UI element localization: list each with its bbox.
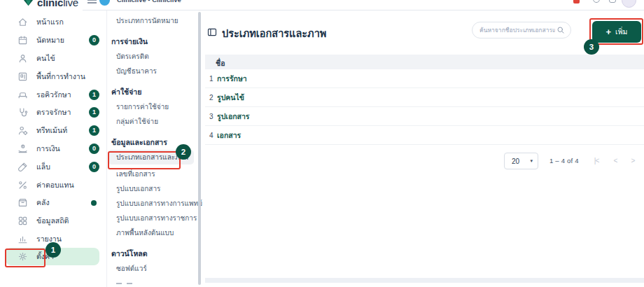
sidebar-item-label: นัดหมาย: [36, 34, 64, 46]
sidebar-item-label: คนไข้: [36, 52, 55, 64]
page-title-wrap: ประเภทเอกสารและภาพ: [207, 25, 326, 41]
search-icon: [556, 26, 565, 34]
table-row[interactable]: 4เอกสาร: [205, 126, 644, 145]
apps-icon[interactable]: [609, 0, 616, 3]
settings-section-header: ดาวน์โหลด: [108, 246, 205, 261]
sidebar-item-label: คลัง: [36, 197, 50, 209]
cliniclive-logo-icon: [22, 0, 34, 10]
sidebar-item-label: ค่าตอบแทน: [36, 179, 74, 191]
sidebar-item[interactable]: นัดหมาย0: [0, 31, 106, 50]
home-icon: [18, 17, 28, 27]
last-page-button[interactable]: >|: [640, 153, 644, 169]
workspace-icon: [18, 71, 28, 82]
gear-icon: [18, 251, 28, 262]
settings-menu-item[interactable]: บัญชีธนาคาร: [108, 64, 205, 78]
settings-menu-item[interactable]: ซอฟต์แวร์: [108, 261, 205, 276]
stats-icon: [18, 216, 28, 226]
sidebar-item[interactable]: แล็บ0: [0, 158, 106, 176]
logo-text-bold: clinic: [37, 0, 63, 8]
sidebar-item-label: ทรีทเม้นท์: [36, 125, 67, 136]
sidebar-item[interactable]: ทรีทเม้นท์1: [0, 122, 106, 140]
add-button[interactable]: + เพิ่ม: [592, 21, 641, 43]
settings-menu-item[interactable]: รูปแบบเอกสารทางราชการ: [108, 211, 205, 225]
person-icon: [18, 53, 28, 64]
search-input[interactable]: [472, 27, 556, 34]
workspace-avatar[interactable]: [99, 0, 110, 6]
table-header: ชื่อ: [205, 55, 644, 69]
page-size-select[interactable]: 20 ▾: [504, 153, 538, 169]
settings-menu-item[interactable]: เลขที่เอกสาร: [108, 167, 205, 181]
row-name-link[interactable]: รูปคนไข้: [217, 92, 244, 104]
calendar-icon: [18, 35, 28, 46]
settings-section-header: การจ่ายเงิน: [108, 34, 205, 49]
pagination-range: 1 – 4 of 4: [550, 153, 589, 169]
settings-menu-item[interactable]: รูปแบบเอกสาร: [108, 181, 205, 196]
settings-menu-item[interactable]: บัตรเครดิต: [108, 49, 205, 64]
sidebar-item[interactable]: รอคิวรักษา1: [0, 85, 106, 104]
count-badge: 1: [89, 125, 99, 136]
workspace-name: Cliniclive - Cliniclive: [117, 0, 181, 4]
annotation-step-1: 1: [46, 242, 61, 258]
sidebar-item[interactable]: ตรวจรักษา1: [0, 104, 106, 122]
table-row[interactable]: 2รูปคนไข้: [205, 88, 644, 107]
row-number: 1: [209, 75, 217, 83]
content-bottom-strip: [205, 278, 644, 283]
menu-icon[interactable]: [88, 0, 97, 5]
settings-menu-item[interactable]: ภาพพื้นหลังต้นแบบ: [108, 225, 205, 240]
settings-menu-item[interactable]: ประเภทการนัดหมาย: [108, 13, 205, 28]
sidebar-item-label: รอคิวรักษา: [36, 89, 71, 101]
inventory-icon: [18, 197, 28, 208]
user-avatar[interactable]: [622, 0, 636, 8]
first-page-button[interactable]: |<: [589, 153, 603, 169]
settings-menu-list: ประเภทการนัดหมายการจ่ายเงินบัตรเครดิตบัญ…: [108, 10, 205, 276]
sidebar-item-label: พื้นที่การทำงาน: [36, 71, 85, 83]
sidebar-item-label: ตรวจรักษา: [36, 106, 71, 118]
cut-menu-item: [116, 283, 132, 284]
sidebar-item[interactable]: หน้าแรก: [0, 13, 106, 31]
count-badge: 0: [89, 162, 99, 172]
settings-menu-item[interactable]: รายการค่าใช้จ่าย: [108, 99, 205, 114]
treatment-icon: [18, 125, 28, 136]
table-row[interactable]: 3รูปเอกสาร: [205, 107, 644, 126]
finance-icon: [18, 144, 28, 154]
notification-icon[interactable]: [573, 0, 580, 4]
queue-icon: [18, 90, 28, 100]
settings-scrollbar[interactable]: [198, 12, 201, 285]
report-icon: [18, 234, 28, 244]
page-title: ประเภทเอกสารและภาพ: [222, 25, 326, 41]
search-box[interactable]: [472, 22, 571, 38]
stethoscope-icon: [18, 107, 28, 118]
settings-section-header: ค่าใช้จ่าย: [108, 85, 205, 99]
status-dot: [91, 200, 97, 206]
page-size-value: 20: [512, 158, 519, 165]
annotation-step-3: 3: [584, 39, 599, 55]
next-page-button[interactable]: >: [626, 153, 640, 169]
sidebar-item-label: ข้อมูลสถิติ: [36, 215, 69, 227]
settings-menu-item[interactable]: รูปแบบเอกสารทางการแพทย์: [108, 196, 205, 211]
annotation-step-2: 2: [176, 144, 191, 160]
table-body: 1การรักษา2รูปคนไข้3รูปเอกสาร4เอกสาร: [205, 69, 644, 145]
sidebar-item[interactable]: ข้อมูลสถิติ: [0, 212, 106, 230]
logo-text-light: live: [63, 0, 78, 8]
row-name-link[interactable]: การรักษา: [217, 73, 247, 85]
prev-page-button[interactable]: <: [608, 153, 622, 169]
count-badge: 0: [89, 144, 99, 154]
sidebar-item-label: แล็บ: [36, 161, 50, 173]
sidebar-nav: หน้าแรกนัดหมาย0คนไข้พื้นที่การทำงานรอคิว…: [0, 13, 106, 265]
sidebar-item-label: หน้าแรก: [36, 16, 64, 28]
add-button-label: เพิ่ม: [615, 26, 627, 38]
sidebar-item[interactable]: พื้นที่การทำงาน: [0, 67, 106, 85]
row-name-link[interactable]: รูปเอกสาร: [217, 111, 250, 122]
row-name-link[interactable]: เอกสาร: [217, 130, 241, 141]
table-row[interactable]: 1การรักษา: [205, 69, 644, 88]
help-icon[interactable]: [593, 0, 600, 3]
sidebar-item[interactable]: ค่าตอบแทน: [0, 176, 106, 194]
sidebar-item[interactable]: การเงิน0: [0, 140, 106, 158]
percent-icon: [18, 180, 28, 190]
sidebar-item[interactable]: คนไข้: [0, 50, 106, 68]
sidebar-item[interactable]: คลัง: [0, 194, 106, 212]
settings-menu-item[interactable]: กลุ่มค่าใช้จ่าย: [108, 114, 205, 129]
document-image-icon: [207, 27, 217, 40]
count-badge: 1: [89, 107, 99, 118]
pagination: 20 ▾ 1 – 4 of 4 |< < > >|: [205, 153, 644, 169]
